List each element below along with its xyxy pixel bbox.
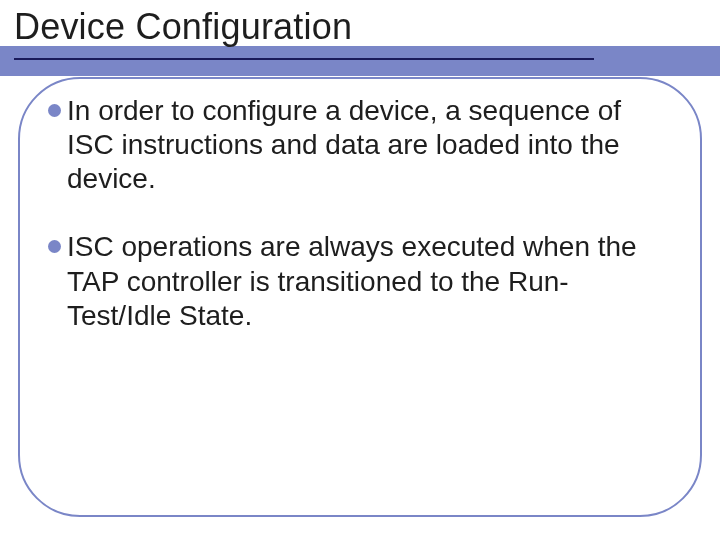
title-underline	[14, 58, 594, 60]
slide-title: Device Configuration	[14, 6, 352, 48]
list-item: ISC operations are always executed when …	[48, 230, 668, 332]
bullet-text: In order to configure a device, a sequen…	[67, 94, 668, 196]
bullet-text: ISC operations are always executed when …	[67, 230, 668, 332]
body-content: In order to configure a device, a sequen…	[48, 94, 668, 367]
bullet-icon	[48, 104, 61, 117]
list-item: In order to configure a device, a sequen…	[48, 94, 668, 196]
bullet-icon	[48, 240, 61, 253]
title-accent-band	[0, 46, 720, 76]
